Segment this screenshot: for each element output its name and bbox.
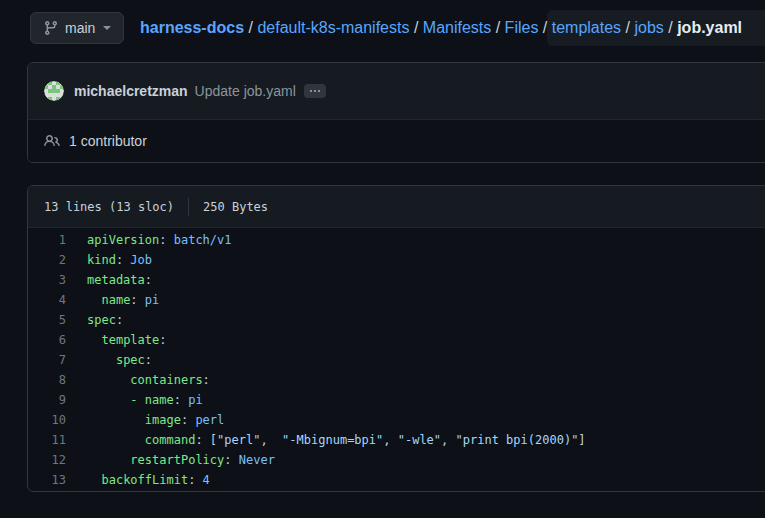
line-number[interactable]: 7 bbox=[28, 350, 66, 370]
breadcrumb-separator: / bbox=[621, 19, 634, 36]
line-number[interactable]: 9 bbox=[28, 390, 66, 410]
breadcrumb-separator: / bbox=[491, 19, 504, 36]
file-panel: 13 lines (13 sloc) 250 Bytes 1apiVersion… bbox=[27, 185, 765, 492]
code-text: name: pi bbox=[66, 290, 159, 310]
code-line: 13 backoffLimit: 4 bbox=[28, 470, 765, 490]
code-line: 9 - name: pi bbox=[28, 390, 765, 410]
line-number[interactable]: 1 bbox=[28, 230, 66, 250]
code-line: 8 containers: bbox=[28, 370, 765, 390]
code-text: template: bbox=[66, 330, 166, 350]
file-header-divider bbox=[188, 198, 189, 216]
breadcrumb-separator: / bbox=[244, 19, 257, 36]
breadcrumb-separator: / bbox=[664, 19, 677, 36]
commit-message-link[interactable]: Update job.yaml bbox=[195, 83, 296, 99]
people-icon bbox=[44, 133, 60, 149]
code-line: 2kind: Job bbox=[28, 250, 765, 270]
breadcrumb-item[interactable]: harness-docs bbox=[140, 19, 244, 36]
code-line: 12 restartPolicy: Never bbox=[28, 450, 765, 470]
code-line: 6 template: bbox=[28, 330, 765, 350]
breadcrumb-item[interactable]: Files bbox=[505, 19, 539, 36]
breadcrumb-item: job.yaml bbox=[677, 19, 742, 36]
code-line: 1apiVersion: batch/v1 bbox=[28, 230, 765, 250]
code-text: spec: bbox=[66, 310, 123, 330]
line-number[interactable]: 6 bbox=[28, 330, 66, 350]
line-number[interactable]: 10 bbox=[28, 410, 66, 430]
code-line: 11 command: ["perl", "-Mbignum=bpi", "-w… bbox=[28, 430, 765, 450]
line-number[interactable]: 11 bbox=[28, 430, 66, 450]
file-header: 13 lines (13 sloc) 250 Bytes bbox=[28, 186, 765, 228]
line-number[interactable]: 2 bbox=[28, 250, 66, 270]
code-text: metadata: bbox=[66, 270, 152, 290]
commit-author-link[interactable]: michaelcretzman bbox=[74, 83, 188, 99]
code-line: 7 spec: bbox=[28, 350, 765, 370]
avatar[interactable] bbox=[44, 81, 64, 101]
code-lines: 1apiVersion: batch/v12kind: Job3metadata… bbox=[28, 228, 765, 492]
line-number[interactable]: 5 bbox=[28, 310, 66, 330]
code-line: 3metadata: bbox=[28, 270, 765, 290]
code-text: spec: bbox=[66, 350, 152, 370]
line-number[interactable]: 12 bbox=[28, 450, 66, 470]
line-number[interactable]: 3 bbox=[28, 270, 66, 290]
code-text: backoffLimit: 4 bbox=[66, 470, 210, 490]
contributors-row: 1 contributor bbox=[28, 120, 765, 162]
chevron-down-icon bbox=[103, 26, 111, 30]
code-line: 4 name: pi bbox=[28, 290, 765, 310]
code-text: kind: Job bbox=[66, 250, 152, 270]
line-number[interactable]: 8 bbox=[28, 370, 66, 390]
kebab-horizontal-icon bbox=[310, 90, 320, 92]
breadcrumb-item[interactable]: jobs bbox=[634, 19, 663, 36]
code-text: apiVersion: batch/v1 bbox=[66, 230, 232, 250]
file-lines-info: 13 lines (13 sloc) bbox=[44, 200, 174, 214]
code-text: restartPolicy: Never bbox=[66, 450, 275, 470]
breadcrumb-separator: / bbox=[538, 19, 551, 36]
commit-ellipsis-button[interactable] bbox=[304, 84, 326, 98]
code-text: - name: pi bbox=[66, 390, 203, 410]
branch-selector-button[interactable]: main bbox=[30, 12, 124, 44]
breadcrumb-separator: / bbox=[409, 19, 422, 36]
line-number[interactable]: 4 bbox=[28, 290, 66, 310]
breadcrumb-item[interactable]: Manifests bbox=[423, 19, 491, 36]
code-text: command: ["perl", "-Mbignum=bpi", "-wle"… bbox=[66, 430, 586, 450]
breadcrumb: harness-docs / default-k8s-manifests / M… bbox=[140, 17, 742, 39]
contributors-link[interactable]: 1 contributor bbox=[69, 133, 147, 149]
code-text: image: perl bbox=[66, 410, 224, 430]
file-size-info: 250 Bytes bbox=[203, 200, 268, 214]
line-number[interactable]: 13 bbox=[28, 470, 66, 490]
commit-panel: michaelcretzman Update job.yaml 1 contri… bbox=[27, 62, 765, 163]
code-text: containers: bbox=[66, 370, 210, 390]
latest-commit-header: michaelcretzman Update job.yaml bbox=[28, 63, 765, 120]
branch-name-label: main bbox=[65, 20, 95, 36]
breadcrumb-item[interactable]: default-k8s-manifests bbox=[257, 19, 409, 36]
git-branch-icon bbox=[43, 20, 59, 36]
code-line: 10 image: perl bbox=[28, 410, 765, 430]
code-line: 5spec: bbox=[28, 310, 765, 330]
breadcrumb-item[interactable]: templates bbox=[552, 19, 621, 36]
